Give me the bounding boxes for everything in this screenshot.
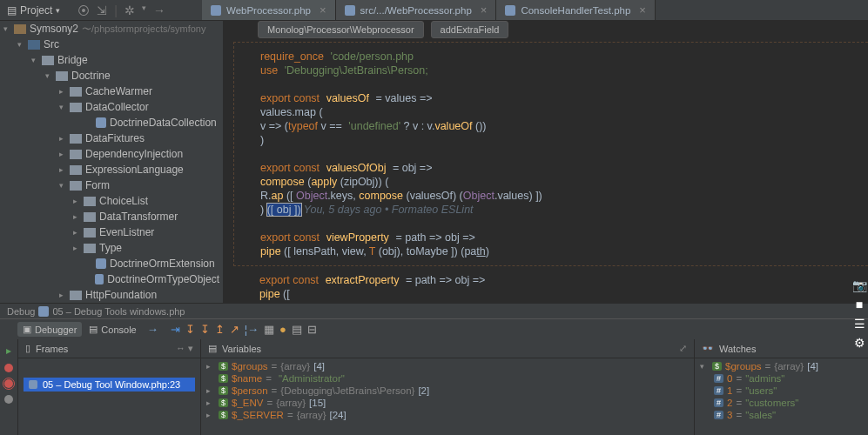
- variables-icon: ▤: [208, 343, 217, 354]
- tree-arrow-icon[interactable]: ▸: [73, 244, 84, 252]
- folder-icon: [70, 134, 82, 144]
- watch-item[interactable]: #3 = "sales": [695, 409, 868, 421]
- folder-icon: [70, 103, 82, 112]
- tree-row[interactable]: ▸DataFixtures: [0, 130, 223, 146]
- variable-row[interactable]: ▸$$_SERVER = {array} [24]: [201, 409, 694, 421]
- tree-row[interactable]: ▾DataCollector: [0, 99, 223, 115]
- tree-arrow-icon[interactable]: ▸: [206, 386, 215, 395]
- code-block[interactable]: require_once 'code/person.php use 'Debug…: [233, 42, 868, 266]
- tree-arrow-icon[interactable]: ▸: [59, 165, 70, 174]
- arrow-right-icon[interactable]: →: [144, 323, 162, 336]
- debug-session-name: 05 – Debug Tools windows.php: [52, 306, 185, 317]
- tree-row[interactable]: ▾Form: [0, 177, 223, 193]
- folder-icon: [70, 291, 82, 300]
- console-tab[interactable]: ▤ Console: [84, 322, 141, 337]
- watches-panel: 👓 Watches ▾ $ $groups = {array} [4] #0 =…: [694, 339, 868, 435]
- php-file-icon: [29, 380, 37, 389]
- tree-root-label[interactable]: Symsony2: [30, 23, 78, 35]
- tree-row[interactable]: ▸ExpressionLanguage: [0, 162, 223, 177]
- editor-tab[interactable]: ConsoleHandlerTest.php×: [496, 0, 656, 20]
- editor[interactable]: Monolog\Processor\Webprocessor addExtraF…: [223, 21, 868, 303]
- tree-arrow-icon[interactable]: ▾: [45, 71, 56, 80]
- step-out-icon[interactable]: ↥: [215, 323, 225, 336]
- variable-row[interactable]: $$name = "Administrator": [201, 372, 694, 385]
- watch-item[interactable]: #2 = "customers": [695, 397, 868, 409]
- tree-arrow-icon[interactable]: ▾: [59, 181, 70, 190]
- collapse-icon[interactable]: ⇲: [97, 3, 107, 17]
- var-badge: $: [219, 398, 228, 407]
- run-to-cursor-icon[interactable]: ↗: [230, 323, 239, 336]
- tree-arrow-icon[interactable]: ▸: [73, 228, 84, 237]
- chevron-down-icon[interactable]: ▾: [700, 362, 709, 371]
- tree-row[interactable]: ▸EvenListner: [0, 224, 223, 240]
- variables-hide-icon[interactable]: ⤢: [679, 343, 687, 354]
- tree-arrow-icon[interactable]: ▾: [17, 40, 28, 49]
- close-icon[interactable]: ×: [320, 3, 326, 17]
- chevron-down-icon[interactable]: ▾: [3, 24, 14, 33]
- bp-dot-icon[interactable]: [4, 379, 13, 388]
- force-step-into-icon[interactable]: ↧: [200, 323, 210, 336]
- project-tree[interactable]: ▾ Symsony2 〜/phpstormprojects/symfony ▾S…: [0, 21, 223, 303]
- cursor-icon[interactable]: ¦→: [245, 323, 259, 336]
- tree-arrow-icon[interactable]: ▸: [206, 411, 215, 419]
- tree-arrow-icon[interactable]: ▸: [73, 197, 84, 205]
- tree-arrow-icon[interactable]: ▸: [206, 398, 215, 407]
- tree-arrow-icon[interactable]: ▸: [59, 87, 70, 96]
- watch-item[interactable]: #1 = "users": [695, 385, 868, 397]
- tree-row[interactable]: DoctrineOrmExtension: [0, 256, 223, 271]
- tree-arrow-icon[interactable]: ▾: [31, 56, 42, 64]
- tree-row[interactable]: ▸DataTransformer: [0, 209, 223, 224]
- hide-icon[interactable]: →: [153, 3, 165, 17]
- tree-row[interactable]: ▸Type: [0, 240, 223, 256]
- tree-row[interactable]: ▾Bridge: [0, 52, 223, 68]
- tree-arrow-icon[interactable]: ▸: [59, 134, 70, 143]
- tree-arrow-icon[interactable]: ▸: [73, 212, 84, 221]
- close-icon[interactable]: ×: [481, 3, 488, 17]
- grey-dot-icon[interactable]: [4, 395, 13, 404]
- breadcrumb-method[interactable]: addExtraField: [431, 21, 509, 38]
- step-into-icon[interactable]: ↧: [185, 323, 195, 336]
- tree-arrow-icon[interactable]: ▸: [206, 362, 215, 371]
- chevron-down-icon: ▾: [56, 6, 60, 15]
- tree-row[interactable]: ▸ChoiceList: [0, 193, 223, 209]
- evaluate-icon[interactable]: ▦: [264, 323, 274, 336]
- camera-icon[interactable]: 📷: [852, 278, 867, 292]
- stack-frame[interactable]: 05 – Debug Tool Window.php:23: [24, 378, 195, 392]
- editor-tab[interactable]: src/.../WebProcessor.php×: [336, 0, 497, 20]
- settings-icon[interactable]: ⊟: [307, 323, 317, 336]
- tree-arrow-icon[interactable]: ▸: [59, 150, 70, 158]
- tree-row[interactable]: ▾Src: [0, 37, 223, 52]
- editor-tab[interactable]: WebProcessor.php×: [202, 0, 336, 20]
- frames-menu-icon[interactable]: ↔ ▾: [176, 343, 193, 354]
- chevron-down-icon[interactable]: ▾: [142, 3, 146, 17]
- tree-row[interactable]: ▸DependencyInjection: [0, 146, 223, 162]
- resume-icon[interactable]: ▸: [6, 345, 11, 357]
- variable-row[interactable]: ▸$$person = {Debugging\JetBrains\Person}…: [201, 385, 694, 397]
- step-over-icon[interactable]: ⇥: [171, 323, 180, 336]
- mute-bp-icon[interactable]: ▤: [292, 323, 302, 336]
- stack-icon[interactable]: ☰: [854, 317, 865, 331]
- close-icon[interactable]: ×: [639, 3, 646, 17]
- watch-row[interactable]: ▾ $ $groups = {array} [4]: [695, 360, 868, 372]
- debugger-tab[interactable]: ▣ Debugger: [17, 322, 82, 337]
- target-icon[interactable]: ⦿: [77, 3, 90, 17]
- variable-row[interactable]: ▸$$groups = {array} [4]: [201, 360, 694, 372]
- variable-row[interactable]: ▸$$_ENV = {array} [15]: [201, 397, 694, 409]
- tree-row[interactable]: DoctrineDataCollection: [0, 115, 223, 130]
- tree-row[interactable]: DoctrineOrmTypeObject: [0, 271, 223, 287]
- watch-item[interactable]: #0 = "admins": [695, 372, 868, 385]
- code-block-after[interactable]: export const extractProperty = path => o…: [233, 270, 868, 304]
- tree-row[interactable]: ▸HttpFoundation: [0, 287, 223, 303]
- breadcrumb-class[interactable]: Monolog\Processor\Webprocessor: [258, 21, 424, 38]
- breakpoints-icon[interactable]: ●: [279, 323, 286, 336]
- gear-icon[interactable]: ✲: [124, 3, 135, 17]
- tree-root-path: 〜/phpstormprojects/symfony: [82, 23, 205, 36]
- tree-arrow-icon[interactable]: ▾: [59, 103, 70, 111]
- tree-row[interactable]: ▸CacheWarmer: [0, 84, 223, 99]
- video-icon[interactable]: ■: [856, 298, 863, 311]
- stop-icon[interactable]: [4, 364, 13, 372]
- tree-row[interactable]: ▾Doctrine: [0, 68, 223, 84]
- gear-icon[interactable]: ⚙: [854, 336, 865, 350]
- project-tool-button[interactable]: ▤ Project ▾: [0, 0, 67, 20]
- tree-arrow-icon[interactable]: ▸: [59, 291, 70, 299]
